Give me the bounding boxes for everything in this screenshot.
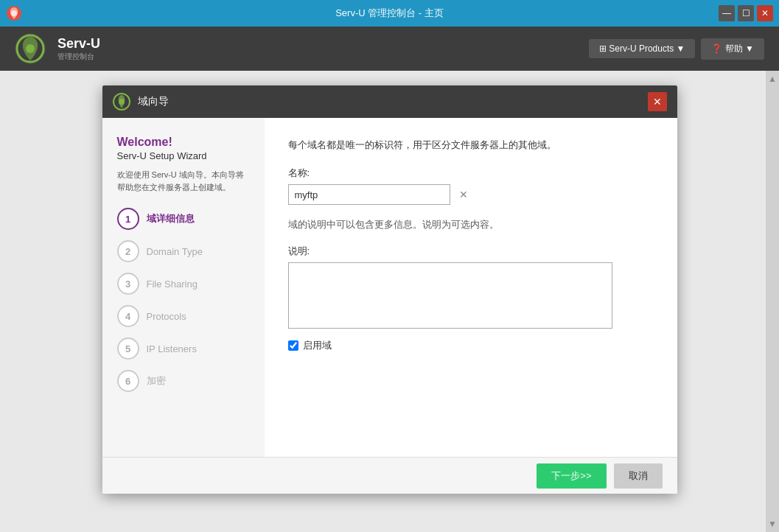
- step-label-5: IP Listeners: [147, 343, 197, 354]
- step-circle-4: 4: [117, 305, 139, 327]
- next-button[interactable]: 下一步>>: [537, 463, 606, 489]
- description-textarea[interactable]: [288, 262, 612, 329]
- enable-domain-checkbox[interactable]: [288, 340, 298, 351]
- welcome-desc: 欢迎使用 Serv-U 域向导。本向导将帮助您在文件服务器上创建域。: [117, 169, 250, 193]
- step-item-6[interactable]: 6 加密: [117, 370, 250, 392]
- enable-domain-row: 启用域: [288, 339, 654, 352]
- dialog-body: Welcome! Serv-U Setup Wizard 欢迎使用 Serv-U…: [102, 118, 677, 457]
- step-circle-1: 1: [117, 208, 139, 230]
- dialog-footer: 下一步>> 取消: [102, 457, 677, 494]
- minimize-button[interactable]: —: [719, 5, 735, 21]
- window-close-button[interactable]: ✕: [757, 5, 773, 21]
- step-label-4: Protocols: [147, 311, 186, 322]
- step-circle-2: 2: [117, 240, 139, 262]
- svg-point-6: [119, 99, 125, 105]
- window-controls: — ☐ ✕: [719, 5, 773, 21]
- step-circle-3: 3: [117, 273, 139, 295]
- scroll-down-icon[interactable]: ▼: [765, 516, 779, 532]
- step-circle-5: 5: [117, 337, 139, 360]
- app-subtitle: 管理控制台: [57, 52, 100, 62]
- name-input-row: ✕: [288, 184, 654, 205]
- domain-name-input[interactable]: [288, 184, 450, 205]
- step-item-5[interactable]: 5 IP Listeners: [117, 337, 250, 360]
- app-header: Serv-U 管理控制台 ⊞ Serv-U Products ▼ ❓ 帮助 ▼: [0, 27, 779, 71]
- clear-name-button[interactable]: ✕: [456, 187, 471, 202]
- dialog-logo-icon: [113, 93, 130, 111]
- dialog-header: 域向导 ✕: [102, 85, 677, 118]
- step-label-3: File Sharing: [147, 279, 198, 290]
- svg-point-1: [11, 10, 17, 16]
- main-scrollbar[interactable]: ▲ ▼: [766, 71, 779, 532]
- welcome-title: Welcome!: [117, 136, 250, 149]
- welcome-subtitle: Serv-U Setup Wizard: [117, 150, 250, 161]
- step-circle-6: 6: [117, 370, 139, 392]
- cancel-button[interactable]: 取消: [614, 463, 663, 489]
- step-label-6: 加密: [147, 374, 166, 388]
- app-name: Serv-U: [57, 36, 100, 52]
- step-label-2: Domain Type: [147, 246, 203, 257]
- name-label: 名称:: [288, 167, 654, 180]
- help-button[interactable]: ❓ 帮助 ▼: [701, 38, 764, 60]
- step-item-2[interactable]: 2 Domain Type: [117, 240, 250, 262]
- dialog-close-button[interactable]: ✕: [648, 92, 667, 111]
- svg-point-4: [26, 44, 35, 53]
- steps-panel: Welcome! Serv-U Setup Wizard 欢迎使用 Serv-U…: [102, 118, 265, 457]
- desc-section-text: 域的说明中可以包含更多信息。说明为可选内容。: [288, 218, 654, 231]
- step-item-3[interactable]: 3 File Sharing: [117, 273, 250, 295]
- title-bar: Serv-U 管理控制台 - 主页 — ☐ ✕: [0, 0, 779, 27]
- desc-label: 说明:: [288, 245, 654, 258]
- scroll-up-icon[interactable]: ▲: [765, 71, 779, 87]
- content-panel: 每个域名都是唯一的标识符，用于区分文件服务器上的其他域。 名称: ✕ 域的说明中…: [265, 118, 677, 457]
- enable-domain-label[interactable]: 启用域: [303, 339, 332, 352]
- maximize-button[interactable]: ☐: [738, 5, 754, 21]
- step-label-1: 域详细信息: [147, 212, 195, 225]
- step-item-4[interactable]: 4 Protocols: [117, 305, 250, 327]
- products-button[interactable]: ⊞ Serv-U Products ▼: [589, 39, 696, 58]
- domain-wizard-dialog: 域向导 ✕ Welcome! Serv-U Setup Wizard 欢迎使用 …: [102, 85, 677, 494]
- dialog-title: 域向导: [138, 95, 640, 108]
- servu-logo-icon: [15, 33, 46, 64]
- header-right: ⊞ Serv-U Products ▼ ❓ 帮助 ▼: [589, 38, 764, 60]
- description-wrapper: [288, 262, 612, 329]
- step-item-1[interactable]: 1 域详细信息: [117, 208, 250, 230]
- top-description: 每个域名都是唯一的标识符，用于区分文件服务器上的其他域。: [288, 139, 654, 152]
- app-name-block: Serv-U 管理控制台: [57, 36, 100, 62]
- window-title: Serv-U 管理控制台 - 主页: [335, 7, 444, 20]
- app-logo-icon: [6, 5, 22, 21]
- main-area: ▲ ▼ 域向导 ✕ Welcome! Serv-U Setup Wizard 欢…: [0, 71, 779, 532]
